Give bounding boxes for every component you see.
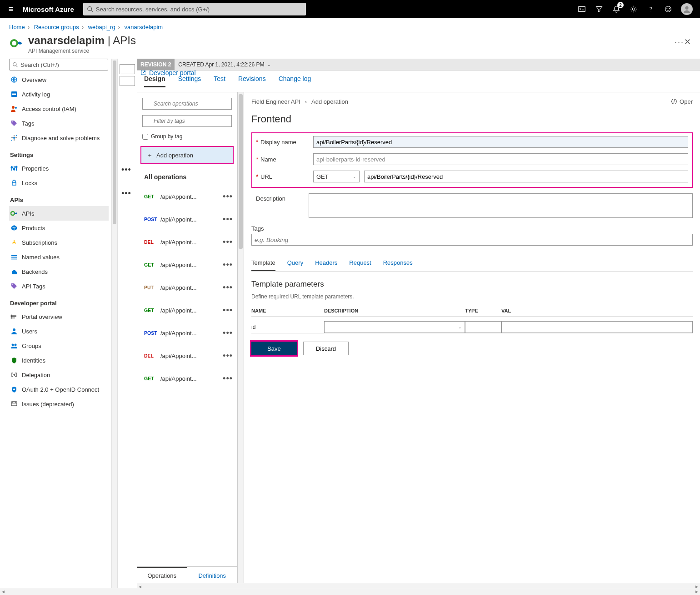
- crumb-home[interactable]: Home: [9, 24, 25, 30]
- tab-design[interactable]: Design: [144, 75, 165, 87]
- operation-verb: POST: [144, 330, 160, 336]
- operation-more-icon[interactable]: •••: [223, 328, 233, 338]
- sidebar-item-overview[interactable]: Overview: [9, 72, 109, 87]
- subtab-template[interactable]: Template: [251, 257, 275, 271]
- revision-created[interactable]: CREATED Apr 1, 2021, 4:22:26 PM⌄: [175, 61, 274, 68]
- operation-more-icon[interactable]: •••: [223, 351, 233, 361]
- collapsed-more-2[interactable]: •••: [121, 189, 131, 198]
- operation-more-icon[interactable]: •••: [223, 215, 233, 224]
- sidebar-search-placeholder: Search (Ctrl+/): [20, 61, 59, 68]
- description-label: Description: [256, 193, 309, 202]
- sidebar-item-users[interactable]: Users: [9, 324, 109, 338]
- sidebar-item-portal-overview[interactable]: Portal overview: [9, 309, 109, 324]
- cloud-shell-icon[interactable]: [577, 5, 586, 14]
- sidebar-item-groups[interactable]: Groups: [9, 338, 109, 353]
- operation-item[interactable]: POST /api/Appoint... •••: [137, 322, 237, 344]
- sidebar-item-products[interactable]: Products: [9, 221, 109, 235]
- description-textarea[interactable]: [309, 193, 693, 218]
- sidebar-item-access-control-iam-[interactable]: Access control (IAM): [9, 101, 109, 116]
- operation-verb: GET: [144, 262, 160, 267]
- collapsed-input-1[interactable]: [120, 64, 135, 74]
- operations-tab[interactable]: Operations: [137, 567, 187, 583]
- subtab-headers[interactable]: Headers: [315, 257, 337, 271]
- operation-item[interactable]: GET /api/Appoint... •••: [137, 253, 237, 276]
- operation-filter-input[interactable]: [142, 115, 232, 127]
- group-by-tag-checkbox[interactable]: Group by tag: [137, 132, 237, 143]
- operation-more-icon[interactable]: •••: [223, 192, 233, 202]
- sidebar-item-backends[interactable]: Backends: [9, 264, 109, 279]
- title-overflow[interactable]: ···: [675, 38, 684, 47]
- display-name-input[interactable]: [313, 136, 688, 148]
- discard-button[interactable]: Discard: [303, 342, 349, 355]
- developer-portal-link[interactable]: Developer portal: [140, 69, 196, 76]
- operation-item[interactable]: GET /api/Appoint... •••: [137, 185, 237, 208]
- param-type-input[interactable]: [465, 321, 501, 333]
- tags-input[interactable]: [251, 234, 693, 246]
- crumb-rg[interactable]: Resource groups: [34, 24, 79, 30]
- notifications-icon[interactable]: 2: [612, 5, 621, 14]
- tab-change log[interactable]: Change log: [279, 75, 311, 87]
- operation-more-icon[interactable]: •••: [223, 374, 233, 383]
- param-value-input[interactable]: [501, 321, 693, 333]
- scrollbar-vertical[interactable]: [111, 59, 118, 590]
- feedback-icon[interactable]: [664, 5, 673, 14]
- tab-settings[interactable]: Settings: [178, 75, 201, 87]
- sidebar-item-properties[interactable]: Properties: [9, 161, 109, 176]
- url-path-input[interactable]: [364, 171, 688, 182]
- operation-more-icon[interactable]: •••: [223, 306, 233, 315]
- operation-more-icon[interactable]: •••: [223, 237, 233, 247]
- collapsed-input-2[interactable]: [120, 76, 135, 86]
- tab-revisions[interactable]: Revisions: [238, 75, 266, 87]
- page-horizontal-scrollbar[interactable]: ◄►: [0, 588, 700, 590]
- detail-crumb-api[interactable]: Field Engineer API: [251, 98, 300, 105]
- crumb-apim[interactable]: vanarsdelapim: [125, 24, 163, 30]
- settings-gear-icon[interactable]: [629, 5, 638, 14]
- operation-more-icon[interactable]: •••: [223, 260, 233, 270]
- global-search[interactable]: Search resources, services, and docs (G+…: [83, 3, 306, 15]
- subtab-request[interactable]: Request: [349, 257, 371, 271]
- param-description-select[interactable]: ⌄: [324, 321, 465, 333]
- sidebar-item-delegation[interactable]: Delegation: [9, 368, 109, 382]
- operation-item[interactable]: GET /api/Appoint... •••: [137, 367, 237, 390]
- sidebar-item-named-values[interactable]: Named values: [9, 250, 109, 264]
- menu-hamburger[interactable]: ≡: [4, 5, 18, 14]
- operation-search-input[interactable]: [142, 98, 232, 110]
- collapsed-more-1[interactable]: •••: [121, 165, 131, 175]
- template-col-name: NAME: [251, 308, 324, 317]
- subtab-responses[interactable]: Responses: [383, 257, 413, 271]
- subtab-query[interactable]: Query: [287, 257, 303, 271]
- crumb-webapi[interactable]: webapi_rg: [88, 24, 115, 30]
- sidebar-search[interactable]: Search (Ctrl+/): [9, 59, 108, 71]
- sidebar-item-diagnose-and-solve-problems[interactable]: Diagnose and solve problems: [9, 131, 109, 145]
- op-scrollbar[interactable]: [238, 92, 244, 583]
- sidebar-item-api-tags[interactable]: API Tags: [9, 279, 109, 293]
- filter-icon[interactable]: [595, 5, 604, 14]
- definitions-tab[interactable]: Definitions: [187, 567, 238, 583]
- sidebar-item-locks[interactable]: Locks: [9, 176, 109, 190]
- url-method-select[interactable]: GET⌄: [313, 171, 360, 182]
- operation-item[interactable]: DEL /api/Appoint... •••: [137, 231, 237, 253]
- operation-item[interactable]: GET /api/Appoint... •••: [137, 299, 237, 322]
- svg-rect-29: [11, 257, 17, 258]
- help-icon[interactable]: [646, 5, 655, 14]
- all-operations-header[interactable]: All operations: [137, 167, 237, 185]
- openapi-toggle[interactable]: Oper: [670, 98, 693, 105]
- sidebar-item-issues-deprecated-[interactable]: Issues (deprecated): [9, 397, 109, 411]
- sidebar-item-oauth-openid-connect[interactable]: OAuth 2.0 + OpenID Connect: [9, 382, 109, 397]
- save-button[interactable]: Save: [251, 342, 297, 355]
- operation-item[interactable]: PUT /api/Appoint... •••: [137, 276, 237, 299]
- user-avatar[interactable]: [681, 3, 693, 15]
- name-input[interactable]: [313, 153, 688, 165]
- operation-verb: GET: [144, 376, 160, 381]
- add-operation-button[interactable]: ＋ Add operation: [140, 146, 234, 164]
- sidebar-item-tags[interactable]: Tags: [9, 116, 109, 131]
- sidebar-item-apis[interactable]: APIs: [9, 206, 109, 221]
- operation-item[interactable]: DEL /api/Appoint... •••: [137, 344, 237, 367]
- tab-test[interactable]: Test: [214, 75, 225, 87]
- close-blade-icon[interactable]: ✕: [684, 37, 691, 47]
- sidebar-item-identities[interactable]: Identities: [9, 353, 109, 368]
- sidebar-item-subscriptions[interactable]: Subscriptions: [9, 235, 109, 250]
- sidebar-item-activity-log[interactable]: Activity log: [9, 87, 109, 101]
- operation-item[interactable]: POST /api/Appoint... •••: [137, 208, 237, 231]
- operation-more-icon[interactable]: •••: [223, 283, 233, 292]
